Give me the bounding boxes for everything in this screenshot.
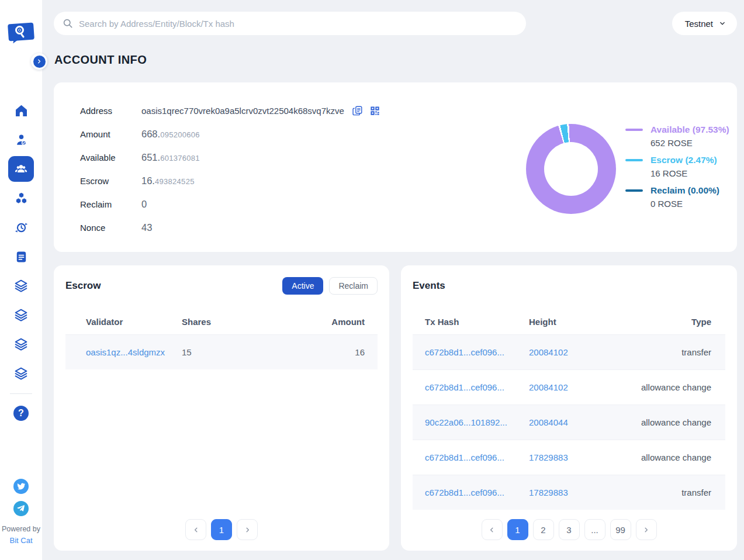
events-panel: Events Tx Hash Height Type c672b8d1...ce…	[401, 265, 737, 551]
sidebar-item-help[interactable]: ?	[0, 399, 42, 428]
legend-swatch	[625, 189, 643, 192]
page-button-2[interactable]: 2	[533, 519, 554, 540]
height-link[interactable]: 20084044	[529, 417, 568, 427]
chart-legend: Available (97.53%) 652 ROSE Escrow (2.47…	[625, 125, 729, 209]
tx-hash-link[interactable]: c672b8d1...cef096...	[425, 488, 504, 497]
height-link[interactable]: 17829883	[529, 452, 568, 462]
shares-value: 15	[182, 347, 307, 357]
balance-chart-area: Available (97.53%) 652 ROSE Escrow (2.47…	[526, 99, 729, 252]
chevron-right-icon	[642, 526, 650, 534]
sidebar-item-proposals[interactable]	[0, 242, 42, 271]
network-selector[interactable]: Testnet	[672, 12, 737, 35]
account-field-row: Escrow 16.493824525	[80, 169, 526, 192]
sidebar-item-paratime-4[interactable]	[0, 359, 42, 388]
event-type: transfer	[614, 488, 725, 497]
column-shares: Shares	[182, 317, 307, 327]
layers-icon	[13, 307, 29, 323]
chevron-right-icon	[33, 56, 46, 68]
help-icon: ?	[13, 406, 29, 421]
twitter-icon[interactable]	[13, 479, 29, 494]
page-button-1[interactable]: 1	[211, 519, 232, 540]
sidebar-item-paratime-2[interactable]	[0, 300, 42, 330]
accounts-active-tile	[8, 156, 34, 182]
copy-address-button[interactable]	[352, 105, 363, 116]
field-value-main: 43	[141, 222, 152, 233]
search-icon	[62, 18, 74, 29]
layers-icon	[13, 366, 29, 381]
qr-code-icon	[369, 105, 380, 116]
account-info-card: Address oasis1qrec770vrek0a9a5lcrv0zvt22…	[54, 82, 737, 252]
sidebar-item-paratime-1[interactable]	[0, 271, 42, 300]
page-button-3[interactable]: 3	[559, 519, 580, 540]
field-value-main: 0	[141, 199, 147, 209]
events-table-row: c672b8d1...cef096... 20084102 transfer	[413, 334, 725, 369]
height-link[interactable]: 17829883	[529, 488, 568, 497]
topbar: Testnet	[54, 12, 737, 35]
legend-item-escrow: Escrow (2.47%) 16 ROSE	[625, 155, 729, 179]
events-table-header: Tx Hash Height Type	[413, 309, 725, 334]
field-label: Nonce	[80, 223, 141, 233]
sidebar-item-blocks[interactable]	[0, 184, 42, 213]
escrow-pagination: 1	[54, 519, 389, 540]
next-page-button[interactable]	[237, 519, 258, 540]
qr-code-button[interactable]	[369, 105, 380, 116]
column-height: Height	[529, 317, 614, 327]
amount-value: 16	[307, 347, 378, 357]
blocks-icon	[14, 191, 29, 206]
events-title: Events	[413, 280, 445, 292]
validator-icon	[14, 133, 29, 147]
sidebar-item-validators[interactable]	[0, 125, 42, 154]
prev-page-button[interactable]	[185, 519, 206, 540]
field-value-main: 16.	[141, 175, 155, 186]
tx-hash-link[interactable]: c672b8d1...cef096...	[425, 452, 504, 462]
telegram-icon[interactable]	[13, 501, 29, 516]
oasisscan-logo[interactable]	[8, 22, 34, 46]
powered-by-text: Powered by	[2, 525, 40, 533]
tab-active[interactable]: Active	[282, 277, 323, 295]
escrow-table-row: oasis1qz...4sldgmzx 15 16	[65, 334, 378, 369]
events-table: Tx Hash Height Type c672b8d1...cef096...…	[413, 309, 725, 510]
height-link[interactable]: 20084102	[529, 347, 568, 357]
chevron-right-icon	[244, 526, 251, 534]
bitcat-link[interactable]: Bit Cat	[9, 536, 32, 545]
network-label: Testnet	[685, 19, 713, 29]
search-input[interactable]	[79, 19, 518, 29]
next-page-button[interactable]	[636, 519, 657, 540]
page-button-1[interactable]: 1	[507, 519, 528, 540]
field-value-decimals: 095200606	[160, 130, 200, 139]
tx-hash-link[interactable]: c672b8d1...cef096...	[425, 382, 504, 392]
column-type: Type	[614, 317, 725, 327]
sidebar-item-transactions[interactable]	[0, 213, 42, 242]
account-field-row: Available 651.601376081	[80, 146, 526, 169]
account-fields: Address oasis1qrec770vrek0a9a5lcrv0zvt22…	[80, 99, 526, 252]
page-button-99[interactable]: 99	[610, 519, 631, 540]
tx-hash-link[interactable]: 90c22a06...101892...	[425, 417, 507, 427]
event-type: allowance change	[614, 452, 725, 462]
sidebar: ? Powered by Bit Cat	[0, 0, 42, 560]
chevron-left-icon	[192, 526, 200, 534]
validator-link[interactable]: oasis1qz...4sldgmzx	[86, 347, 165, 357]
chevron-left-icon	[488, 526, 496, 534]
tx-hash-link[interactable]: c672b8d1...cef096...	[425, 347, 504, 357]
prev-page-button[interactable]	[482, 519, 503, 540]
page-ellipsis[interactable]: ...	[584, 519, 605, 540]
escrow-table-header: Validator Shares Amount	[65, 309, 378, 334]
legend-value: 0 ROSE	[650, 199, 719, 209]
height-link[interactable]: 20084102	[529, 382, 568, 392]
events-table-row: c672b8d1...cef096... 20084102 allowance …	[413, 369, 725, 405]
page-title: ACCOUNT INFO	[54, 53, 737, 67]
field-label: Escrow	[80, 176, 141, 186]
escrow-panel: Escrow Active Reclaim Validator Shares A…	[54, 265, 389, 551]
legend-item-reclaim: Reclaim (0.00%) 0 ROSE	[625, 185, 729, 209]
legend-label: Available (97.53%)	[650, 125, 729, 135]
sidebar-item-paratime-3[interactable]	[0, 330, 42, 359]
accounts-icon	[13, 161, 29, 177]
sidebar-item-home[interactable]	[0, 96, 42, 125]
legend-value: 16 ROSE	[650, 168, 717, 179]
tab-reclaim[interactable]: Reclaim	[329, 277, 378, 295]
event-type: allowance change	[614, 417, 725, 427]
field-value-main: 668.	[141, 129, 160, 139]
sidebar-collapse-button[interactable]	[31, 53, 47, 70]
sidebar-item-accounts[interactable]	[0, 154, 42, 184]
column-tx-hash: Tx Hash	[413, 317, 529, 327]
